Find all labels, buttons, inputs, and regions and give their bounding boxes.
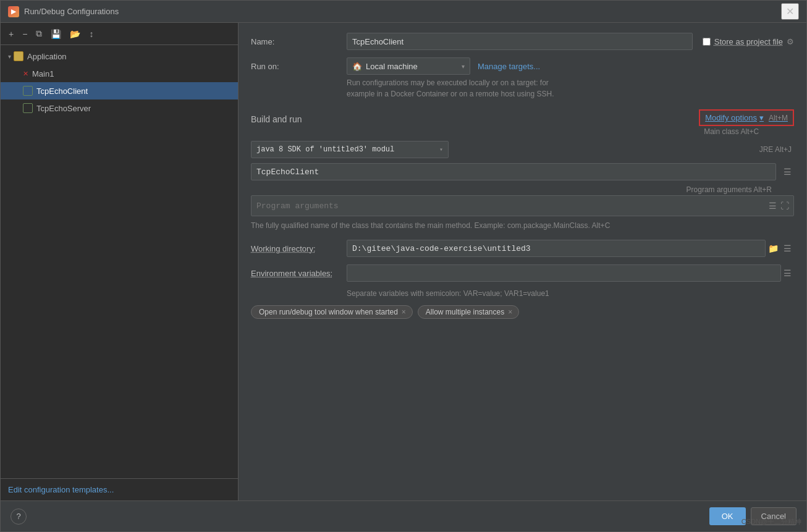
env-vars-label: Environment variables: [251,269,347,278]
main-panel: Name: Store as project file ⚙ Run on: 🏠 … [239,23,806,500]
close-button[interactable]: ✕ [781,3,799,20]
tag-open-window: Open run/debug tool window when started … [251,305,413,319]
fqn-hint: The fully qualified name of the class th… [251,221,794,230]
tree-group-application[interactable]: ▾ Application [1,48,238,65]
run-on-dropdown[interactable]: 🏠 Local machine ▾ [347,57,470,75]
chevron-down-icon: ▾ [759,113,764,122]
tree-item-main1[interactable]: ✕ Main1 [1,65,238,82]
tree-item-main1-label: Main1 [32,69,54,78]
tree-item-tcpechoclient[interactable]: TcpEchoClient [1,82,238,99]
prog-args-input[interactable] [251,195,794,216]
add-config-button[interactable]: + [6,27,17,41]
env-vars-hint: Separate variables with semicolon: VAR=v… [347,289,794,298]
help-button[interactable]: ? [11,509,27,525]
config-icon-echoclient [23,86,33,96]
expand-arrow-icon: ▾ [8,53,11,60]
store-project-checkbox[interactable] [703,38,711,46]
build-run-header: Build and run Modify options ▾ Alt+M Mai… [251,109,794,136]
folder-icon [14,51,23,61]
application-group-label: Application [27,52,67,61]
save-config-button[interactable]: 💾 [48,27,64,41]
jre-sdk-row: java 8 SDK of 'untitled3' modul ▾ JRE Al… [251,141,794,158]
config-icon-echoserver [23,103,33,113]
main-class-row: ☰ [251,163,794,180]
jre-hint: JRE Alt+J [759,145,794,154]
env-vars-input[interactable] [347,264,781,282]
tree-item-echoserver-label: TcpEchoServer [36,104,91,113]
env-vars-row: Environment variables: ☰ [251,264,794,282]
sidebar-footer: Edit configuration templates... [1,478,238,500]
name-input[interactable] [347,33,693,50]
tag-open-window-label: Open run/debug tool window when started [259,308,398,316]
tag-open-window-remove-button[interactable]: × [402,308,406,316]
run-on-row: Run on: 🏠 Local machine ▾ Manage targets… [251,57,794,75]
sidebar: + − ⧉ 💾 📂 ↕ ▾ Application ✕ Main1 [1,23,239,500]
prog-args-row: ☰ ⛶ [251,195,794,216]
name-row: Name: Store as project file ⚙ [251,33,794,50]
home-icon: 🏠 [352,62,362,71]
chevron-down-icon: ▾ [439,146,443,153]
run-on-value: Local machine [366,62,418,71]
build-run-title: Build and run [251,114,302,124]
bottom-bar: ? OK Cancel [1,500,806,531]
working-dir-copy-button[interactable]: ☰ [781,242,794,255]
tree-item-tcpechoserver[interactable]: TcpEchoServer [1,99,238,117]
manage-targets-link[interactable]: Manage targets... [478,62,540,71]
content-area: + − ⧉ 💾 📂 ↕ ▾ Application ✕ Main1 [1,23,806,500]
sdk-value: java 8 SDK of 'untitled3' modul [256,145,394,154]
sidebar-toolbar: + − ⧉ 💾 📂 ↕ [1,23,238,45]
prog-args-hint: Program arguments Alt+R [251,185,794,194]
working-dir-row: Working directory: 📁 ☰ [251,240,794,257]
remove-config-button[interactable]: − [19,27,30,41]
store-project-label[interactable]: Store as project file [714,37,783,46]
move-config-button[interactable]: 📂 [67,27,83,41]
ok-button[interactable]: OK [709,507,746,525]
sdk-dropdown[interactable]: java 8 SDK of 'untitled3' modul ▾ [251,141,449,158]
run-on-label: Run on: [251,62,347,71]
error-icon: ✕ [23,70,28,78]
dialog: ▶ Run/Debug Configurations ✕ + − ⧉ 💾 📂 ↕… [0,0,807,532]
chevron-down-icon: ▾ [462,63,465,70]
working-dir-input[interactable] [347,240,766,257]
env-vars-edit-button[interactable]: ☰ [781,267,794,279]
gear-icon[interactable]: ⚙ [787,37,794,46]
store-project-area: Store as project file ⚙ [703,37,794,46]
modify-options-button[interactable]: Modify options ▾ Alt+M [699,109,794,126]
main-class-browse-button[interactable]: ☰ [781,166,794,178]
run-on-hint: Run configurations may be executed local… [347,77,794,99]
watermark: CSDN@十二分精神 [742,517,801,526]
dialog-title: Run/Debug Configurations [24,7,781,16]
modify-options-shortcut: Alt+M [769,114,788,122]
prog-args-expand-button[interactable]: ☰ [766,200,779,212]
tag-allow-multiple: Allow multiple instances × [418,305,519,319]
modify-options-label: Modify options [705,113,757,122]
name-label: Name: [251,37,347,46]
config-tree: ▾ Application ✕ Main1 TcpEchoClient [1,45,238,478]
copy-config-button[interactable]: ⧉ [33,27,45,41]
prog-args-fullscreen-button[interactable]: ⛶ [778,200,792,212]
working-dir-label: Working directory: [251,244,347,253]
tag-allow-multiple-label: Allow multiple instances [426,308,504,316]
main-class-alt-hint: Main class Alt+C [699,127,759,136]
tag-allow-multiple-remove-button[interactable]: × [508,308,512,316]
build-run-section: Build and run Modify options ▾ Alt+M Mai… [251,109,794,230]
app-icon: ▶ [8,6,19,17]
tree-item-echoclient-label: TcpEchoClient [36,87,88,96]
title-bar: ▶ Run/Debug Configurations ✕ [1,1,806,23]
working-dir-browse-button[interactable]: 📁 [766,242,781,255]
sort-config-button[interactable]: ↕ [86,27,96,41]
main-class-input[interactable] [251,163,776,180]
edit-templates-link[interactable]: Edit configuration templates... [8,485,114,494]
tags-row: Open run/debug tool window when started … [251,305,794,319]
prog-args-section: Program arguments Alt+R ☰ ⛶ [251,185,794,216]
